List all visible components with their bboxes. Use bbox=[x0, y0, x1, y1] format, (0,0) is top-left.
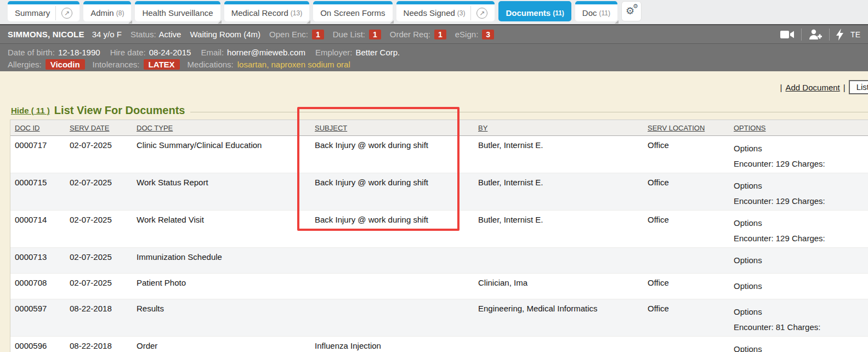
popout-arrow-icon[interactable]: ↗ bbox=[476, 8, 487, 19]
waiting-room: Waiting Room (4m) bbox=[190, 30, 260, 39]
encounter-charges-text: Encounter: 129 Charges: bbox=[734, 196, 868, 206]
table-row[interactable]: 000070802-07-2025Patient PhotoClinician,… bbox=[10, 274, 868, 299]
tab-documents[interactable]: Documents(11) bbox=[498, 1, 571, 21]
counter-badge[interactable]: 1 bbox=[434, 30, 446, 39]
serv-location-cell: Office bbox=[643, 211, 729, 247]
add-person-icon[interactable] bbox=[808, 29, 822, 40]
column-header-doc-id[interactable]: DOC ID bbox=[10, 120, 65, 135]
options-link[interactable]: Options bbox=[734, 307, 868, 316]
doc-id-cell: 0000714 bbox=[10, 211, 65, 247]
table-row[interactable]: 000071502-07-2025Work Status ReportBack … bbox=[10, 173, 868, 211]
tab-count-badge: (3) bbox=[457, 9, 466, 17]
status-value: Active bbox=[159, 30, 181, 39]
serv-location-cell bbox=[643, 337, 729, 352]
doc-type-cell: Results bbox=[132, 299, 310, 336]
column-header-subject[interactable]: SUBJECT bbox=[310, 120, 474, 135]
by-cell: Butler, Internist E. bbox=[474, 211, 643, 247]
options-link[interactable]: Options bbox=[734, 181, 868, 190]
popout-arrow-icon[interactable]: ↗ bbox=[61, 8, 72, 19]
subject-cell: Influenza Injection bbox=[310, 337, 474, 352]
counter-label: Open Enc: bbox=[269, 30, 308, 39]
serv-date-cell: 02-07-2025 bbox=[65, 248, 132, 273]
video-camera-icon[interactable] bbox=[780, 30, 795, 39]
tab-label: Health Surveillance bbox=[142, 8, 213, 18]
dropdown-notch-icon bbox=[307, 20, 310, 24]
subject-cell bbox=[310, 274, 474, 299]
tab-count-badge: (11) bbox=[553, 9, 564, 17]
column-header-serv-location[interactable]: SERV LOCATION bbox=[643, 120, 729, 135]
subject-cell: Back Injury @ work during shift bbox=[310, 211, 474, 247]
serv-date-cell: 02-07-2025 bbox=[65, 173, 132, 210]
counter-badge[interactable]: 1 bbox=[369, 30, 381, 39]
options-link[interactable]: Options bbox=[734, 218, 868, 228]
settings-gears-button[interactable]: ⚙ ⚙ bbox=[621, 1, 642, 21]
document-actions-row: | Add Document | List bbox=[777, 80, 868, 94]
table-row[interactable]: 000071402-07-2025Work Related VisitBack … bbox=[10, 211, 868, 248]
tab-medical-record[interactable]: Medical Record(13) bbox=[224, 1, 310, 21]
divider bbox=[470, 6, 471, 20]
counter-badge[interactable]: 3 bbox=[482, 30, 494, 39]
table-row[interactable]: 000059708-22-2018ResultsEngineering, Med… bbox=[10, 299, 868, 337]
tab-summary[interactable]: Summary↗ bbox=[8, 1, 80, 21]
encounter-charges-text: Encounter: 129 Charges: bbox=[734, 234, 868, 243]
doc-type-cell: Work Related Visit bbox=[132, 211, 310, 247]
doc-type-cell: Patient Photo bbox=[132, 274, 310, 299]
options-link[interactable]: Options bbox=[734, 144, 868, 153]
hide-link[interactable]: Hide ( 11 ) bbox=[11, 106, 50, 115]
options-link[interactable]: Options bbox=[734, 344, 868, 352]
serv-location-cell: Office bbox=[643, 274, 729, 299]
doc-id-cell: 0000713 bbox=[10, 248, 65, 273]
tab-label: Documents bbox=[506, 8, 551, 18]
dropdown-notch-icon bbox=[128, 20, 132, 24]
table-row[interactable]: 000071702-07-2025Clinic Summary/Clinical… bbox=[10, 136, 868, 173]
column-header-by[interactable]: BY bbox=[474, 120, 643, 135]
doc-type-cell: Work Status Report bbox=[132, 173, 310, 210]
table-row[interactable]: 000059608-22-2018OrderInfluenza Injectio… bbox=[10, 337, 868, 352]
table-row[interactable]: 000071302-07-2025Immunization ScheduleOp… bbox=[10, 248, 868, 274]
tab-doc[interactable]: Doc(11) bbox=[575, 1, 617, 21]
subject-cell: Back Injury @ work during shift bbox=[310, 173, 474, 210]
serv-date-cell: 02-07-2025 bbox=[65, 274, 132, 299]
doc-id-cell: 0000715 bbox=[10, 173, 65, 210]
demo-label: Employer: bbox=[315, 48, 353, 57]
divider bbox=[829, 29, 830, 41]
status-label: Status: bbox=[131, 30, 156, 39]
chart-tab-bar: Summary↗Admin(8)Health SurveillanceMedic… bbox=[0, 0, 868, 24]
list-view-button[interactable]: List bbox=[849, 80, 868, 94]
tab-admin[interactable]: Admin(8) bbox=[83, 1, 131, 21]
list-view-title: List View For Documents bbox=[54, 104, 185, 117]
tab-count-badge: (8) bbox=[116, 9, 124, 17]
medications-list[interactable]: losartan, naproxen sodium oral bbox=[237, 60, 350, 69]
counter-badge[interactable]: 1 bbox=[312, 30, 324, 39]
options-cell: Options bbox=[729, 248, 868, 273]
dropdown-notch-icon bbox=[615, 20, 619, 24]
options-link[interactable]: Options bbox=[734, 281, 868, 291]
demo-value: 12-18-1990 bbox=[58, 48, 100, 57]
lightning-icon[interactable] bbox=[836, 29, 844, 41]
options-cell: OptionsEncounter: 81 Charges: bbox=[729, 299, 868, 336]
demographics-bar: Date of birth:12-18-1990Hire date:08-24-… bbox=[0, 43, 868, 71]
tab-count-badge: (11) bbox=[599, 9, 610, 17]
by-cell: Clinician, Ima bbox=[474, 274, 643, 299]
by-cell: Butler, Internist E. bbox=[474, 173, 643, 210]
column-header-doc-type[interactable]: DOC TYPE bbox=[132, 120, 310, 135]
tab-label: Summary bbox=[15, 8, 50, 18]
tab-health-surveillance[interactable]: Health Surveillance bbox=[135, 1, 220, 21]
column-header-options[interactable]: OPTIONS bbox=[729, 120, 868, 135]
tab-label: On Screen Forms bbox=[320, 8, 385, 18]
options-cell: OptionsEncounter: 129 Charges: bbox=[729, 136, 868, 173]
doc-id-cell: 0000597 bbox=[10, 299, 65, 336]
serv-date-cell: 02-07-2025 bbox=[65, 136, 132, 173]
column-header-serv-date[interactable]: SERV DATE bbox=[65, 120, 132, 135]
options-link[interactable]: Options bbox=[734, 256, 868, 265]
intolerance-badge[interactable]: LATEX bbox=[144, 59, 180, 70]
allergy-badge[interactable]: Vicodin bbox=[46, 59, 85, 70]
doc-type-cell: Clinic Summary/Clinical Education bbox=[132, 136, 310, 173]
tab-on-screen-forms[interactable]: On Screen Forms bbox=[313, 1, 392, 21]
add-document-link[interactable]: Add Document bbox=[786, 83, 840, 92]
tab-needs-signed[interactable]: Needs Signed(3)↗ bbox=[396, 1, 495, 21]
list-view-heading-row: Hide ( 11 ) List View For Documents bbox=[11, 104, 868, 117]
patient-bar-right-text: TE bbox=[850, 30, 860, 39]
serv-location-cell bbox=[643, 248, 729, 273]
subject-cell bbox=[310, 248, 474, 273]
